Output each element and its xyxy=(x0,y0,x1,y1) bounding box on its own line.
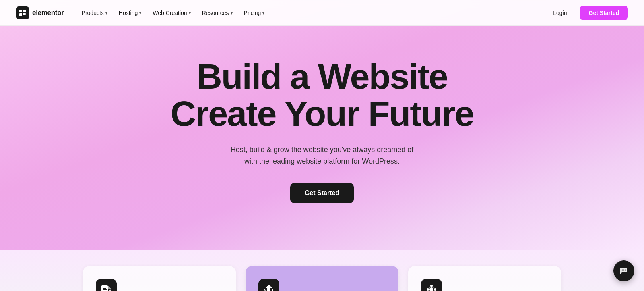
svg-rect-1 xyxy=(23,10,26,12)
build-icon xyxy=(96,279,117,291)
host-card[interactable]: Host Grow with lightning-fast, scalable … xyxy=(246,266,398,291)
logo-icon xyxy=(16,6,29,19)
hero-cta-button[interactable]: Get Started xyxy=(290,183,354,203)
nav-item-pricing[interactable]: Pricing ▾ xyxy=(239,6,270,19)
svg-point-16 xyxy=(623,270,625,271)
svg-point-14 xyxy=(434,288,436,291)
hero-subtitle: Host, build & grow the website you've al… xyxy=(157,144,487,167)
chat-bubble-button[interactable] xyxy=(613,260,634,281)
svg-rect-2 xyxy=(19,13,22,16)
host-icon xyxy=(258,279,279,291)
svg-rect-3 xyxy=(23,13,26,15)
nav-item-products[interactable]: Products ▾ xyxy=(77,6,112,19)
svg-point-17 xyxy=(625,270,626,271)
logo[interactable]: elementor xyxy=(16,6,64,19)
hero-content: Build a Website Create Your Future Host,… xyxy=(141,26,503,227)
navbar-right: Login Get Started xyxy=(547,6,628,20)
svg-rect-6 xyxy=(103,288,106,289)
chevron-down-icon: ▾ xyxy=(189,11,191,15)
svg-point-11 xyxy=(430,285,433,287)
build-card[interactable]: Build Bring your vision to life with the… xyxy=(83,266,236,291)
cards-section: Build Bring your vision to life with the… xyxy=(0,250,644,291)
nav-item-web-creation[interactable]: Web Creation ▾ xyxy=(148,6,195,19)
svg-rect-7 xyxy=(103,289,107,290)
hero-title: Build a Website Create Your Future xyxy=(157,58,487,133)
nav-item-resources[interactable]: Resources ▾ xyxy=(197,6,237,19)
chevron-down-icon: ▾ xyxy=(262,11,264,15)
navbar: elementor Products ▾ Hosting ▾ Web Creat… xyxy=(0,0,644,26)
login-button[interactable]: Login xyxy=(547,6,573,19)
ai-card[interactable]: Generate with AI Supercharge your sites … xyxy=(408,266,561,291)
svg-point-15 xyxy=(622,270,623,271)
svg-rect-0 xyxy=(19,10,22,12)
svg-point-13 xyxy=(427,288,429,291)
hero-section: Build a Website Create Your Future Host,… xyxy=(0,0,644,250)
navbar-left: elementor Products ▾ Hosting ▾ Web Creat… xyxy=(16,6,269,19)
nav-item-hosting[interactable]: Hosting ▾ xyxy=(114,6,146,19)
ai-icon xyxy=(421,279,442,291)
chevron-down-icon: ▾ xyxy=(105,11,107,15)
nav-menu: Products ▾ Hosting ▾ Web Creation ▾ Reso… xyxy=(77,6,270,19)
chevron-down-icon: ▾ xyxy=(139,11,141,15)
logo-text: elementor xyxy=(32,9,64,17)
svg-marker-5 xyxy=(108,285,111,289)
chevron-down-icon: ▾ xyxy=(231,11,233,15)
get-started-nav-button[interactable]: Get Started xyxy=(580,6,628,20)
